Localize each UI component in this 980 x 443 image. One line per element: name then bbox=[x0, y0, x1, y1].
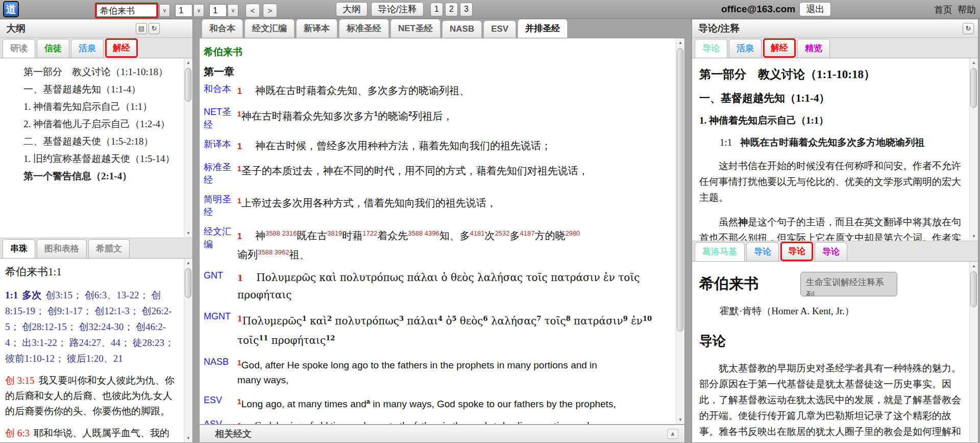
outline-item[interactable]: 第一个警告信息（2:1-4） bbox=[4, 169, 177, 183]
verse-number[interactable]: 1 bbox=[237, 422, 241, 425]
version-label-标准圣经[interactable]: 标准圣经 bbox=[204, 161, 237, 186]
crossref-link[interactable]: 出3:1-22 bbox=[22, 337, 57, 348]
version-label-简明圣经[interactable]: 简明圣经 bbox=[204, 193, 237, 219]
scroll-thumb[interactable] bbox=[970, 68, 977, 108]
outline-panel-button[interactable]: 大纲 bbox=[336, 2, 368, 16]
tab-bible-经文汇编[interactable]: 经文汇编 bbox=[244, 19, 295, 38]
tab-commentary-活泉[interactable]: 活泉 bbox=[729, 39, 762, 58]
app-logo[interactable]: 道 bbox=[3, 1, 19, 17]
version-label-和合本[interactable]: 和合本 bbox=[204, 83, 237, 99]
tab-commentary-精览[interactable]: 精览 bbox=[797, 39, 830, 58]
home-link[interactable]: 首页 bbox=[934, 4, 952, 16]
bible-scrollbar[interactable]: ▲ ▼ bbox=[676, 38, 684, 424]
scroll-up-icon[interactable]: ▲ bbox=[970, 262, 978, 270]
scroll-thumb[interactable] bbox=[970, 271, 977, 307]
scroll-up-icon[interactable]: ▲ bbox=[184, 58, 192, 67]
tab-outline-活泉[interactable]: 活泉 bbox=[71, 39, 104, 58]
verse-number[interactable]: 1 bbox=[237, 232, 242, 241]
tab-source-导论[interactable]: 导论 bbox=[780, 242, 813, 261]
crossref-link[interactable]: 彼前1:10-12 bbox=[5, 353, 55, 364]
version-label-经文汇编[interactable]: 经文汇编 bbox=[204, 225, 237, 263]
version-label-ASV[interactable]: ASV bbox=[204, 418, 237, 425]
tab-commentary-解经[interactable]: 解经 bbox=[763, 38, 796, 58]
tab-crossref-图和表格[interactable]: 图和表格 bbox=[37, 239, 87, 258]
crossref-link[interactable]: 创6:3、13-22 bbox=[85, 290, 139, 300]
crossref-link[interactable]: 创12:1-3 bbox=[94, 306, 130, 316]
crossref-link[interactable]: 创28:12-15 bbox=[22, 321, 67, 332]
pane-count-3-button[interactable]: 3 bbox=[460, 3, 473, 16]
commentary-refresh-icon[interactable]: ↻ bbox=[963, 23, 974, 34]
scroll-down-icon[interactable]: ▼ bbox=[970, 232, 978, 241]
verse-number[interactable]: 1 bbox=[237, 110, 241, 118]
tab-outline-解经[interactable]: 解经 bbox=[105, 38, 138, 58]
verse-number[interactable]: 1 bbox=[237, 273, 243, 283]
scroll-up-icon[interactable]: ▲ bbox=[970, 58, 978, 67]
book-select[interactable]: 希伯来书 bbox=[96, 4, 157, 17]
verse-number[interactable]: 1 bbox=[237, 359, 241, 367]
scroll-down-icon[interactable]: ▼ bbox=[184, 434, 192, 442]
prev-verse-button[interactable]: < bbox=[246, 4, 260, 17]
crossref-link[interactable]: 创3:15 bbox=[45, 290, 72, 300]
version-label-新译本[interactable]: 新译本 bbox=[204, 138, 237, 154]
outline-scrollbar[interactable]: ▲ ▼ bbox=[184, 58, 192, 238]
tab-crossref-希腊文[interactable]: 希腊文 bbox=[88, 239, 130, 258]
outline-item[interactable]: 1. 旧约宣称基督超越天使（1:5-14） bbox=[4, 152, 177, 166]
help-link[interactable]: 帮助 bbox=[958, 4, 976, 16]
version-label-GNT[interactable]: GNT bbox=[204, 269, 237, 304]
outline-item[interactable]: 1. 神借着先知启示自己（1:1） bbox=[4, 100, 177, 113]
tab-commentary-导论[interactable]: 导论 bbox=[695, 39, 727, 58]
scroll-thumb[interactable] bbox=[185, 268, 191, 298]
tab-outline-信徒[interactable]: 信徒 bbox=[37, 39, 69, 58]
tab-bible-标准圣经[interactable]: 标准圣经 bbox=[339, 19, 389, 38]
tab-source-导论[interactable]: 导论 bbox=[815, 242, 847, 261]
crossref-verse-ref[interactable]: 创 3:15 bbox=[5, 375, 35, 386]
scroll-thumb[interactable] bbox=[185, 68, 191, 102]
book-select-arrow-icon[interactable]: ∨ bbox=[159, 4, 170, 17]
outline-item[interactable]: 二、基督超越天使（1:5-2:18） bbox=[4, 134, 177, 148]
outline-list-icon[interactable]: ▤ bbox=[136, 23, 147, 34]
commentary-scrollbar[interactable]: ▲ ▼ bbox=[969, 58, 978, 241]
verse-select[interactable]: 1 bbox=[209, 4, 227, 17]
crossref-link[interactable]: 徒28:23 bbox=[133, 337, 164, 348]
verse-number[interactable]: 1 bbox=[237, 197, 241, 205]
tab-source-导论[interactable]: 导论 bbox=[746, 242, 779, 261]
tab-bible-NET圣经[interactable]: NET圣经 bbox=[390, 19, 440, 38]
outline-refresh-icon[interactable]: ↻ bbox=[149, 23, 160, 34]
crossref-scrollbar[interactable]: ▲ ▼ bbox=[184, 259, 192, 442]
verse-select-arrow-icon[interactable]: ∨ bbox=[228, 4, 238, 17]
scroll-down-icon[interactable]: ▼ bbox=[676, 415, 684, 424]
verse-number[interactable]: 1 bbox=[237, 87, 242, 96]
tab-outline-研读[interactable]: 研读 bbox=[3, 39, 35, 58]
scroll-down-icon[interactable]: ▼ bbox=[184, 229, 192, 238]
outline-item[interactable]: 一、基督超越先知（1:1-4） bbox=[4, 82, 177, 96]
commentary-intro-scrollbar[interactable]: ▲ bbox=[969, 262, 978, 442]
crossref-verse-ref[interactable]: 创 6:3 bbox=[5, 428, 30, 438]
crossref-link[interactable]: 创32:24-30 bbox=[79, 321, 124, 332]
version-label-NET圣经[interactable]: NET圣经 bbox=[204, 106, 237, 131]
crossref-link[interactable]: 路24:27、44 bbox=[69, 337, 120, 348]
pane-count-2-button[interactable]: 2 bbox=[445, 3, 458, 16]
version-label-ESV[interactable]: ESV bbox=[204, 394, 237, 411]
tab-bible-和合本[interactable]: 和合本 bbox=[202, 19, 243, 38]
tab-bible-新译本[interactable]: 新译本 bbox=[296, 19, 337, 38]
next-verse-button[interactable]: > bbox=[263, 4, 277, 17]
verse-number[interactable]: 1 bbox=[237, 398, 241, 406]
chapter-select-arrow-icon[interactable]: ∨ bbox=[193, 4, 204, 17]
outline-item[interactable]: 第一部分 教义讨论（1:1-10:18） bbox=[4, 65, 177, 79]
tab-bible-NASB[interactable]: NASB bbox=[442, 20, 482, 38]
pane-count-1-button[interactable]: 1 bbox=[430, 3, 443, 16]
version-label-NASB[interactable]: NASB bbox=[204, 356, 237, 387]
verse-number[interactable]: 1 bbox=[237, 142, 242, 151]
logout-button[interactable]: 退出 bbox=[799, 2, 831, 16]
scroll-up-icon[interactable]: ▲ bbox=[184, 259, 192, 267]
collapse-icon[interactable]: ∧ bbox=[667, 429, 678, 439]
tab-bible-并排圣经[interactable]: 并排圣经 bbox=[518, 19, 568, 38]
scroll-up-icon[interactable]: ▲ bbox=[676, 38, 684, 47]
crossref-link[interactable]: 彼后1:20、21 bbox=[67, 353, 123, 364]
tab-bible-ESV[interactable]: ESV bbox=[483, 20, 516, 38]
verse-number[interactable]: 1 bbox=[237, 165, 241, 173]
outline-item[interactable]: 2. 神借着他儿子启示自己（1:2-4） bbox=[4, 117, 177, 131]
intro-panel-button[interactable]: 导论/注释 bbox=[371, 2, 424, 16]
scroll-thumb[interactable] bbox=[677, 48, 683, 332]
version-label-MGNT[interactable]: MGNT bbox=[204, 310, 237, 349]
